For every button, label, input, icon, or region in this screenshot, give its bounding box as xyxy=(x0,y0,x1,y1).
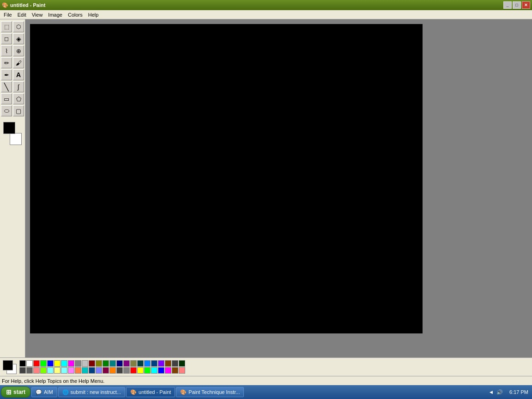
swatch-r2-22[interactable] xyxy=(165,367,171,374)
swatch-red[interactable] xyxy=(33,360,40,367)
swatch-dark-green[interactable] xyxy=(179,360,185,367)
tool-text[interactable]: A xyxy=(13,69,24,80)
swatch-maroon[interactable] xyxy=(89,360,95,367)
swatch-navy[interactable] xyxy=(116,360,123,367)
status-text: For Help, click Help Topics on the Help … xyxy=(2,378,104,384)
tool-rounded-rect[interactable]: ▢ xyxy=(13,105,24,116)
swatch-r2-16[interactable] xyxy=(123,367,130,374)
toolbox: ⬚ ⬡ ◻ ◈ ⌇ ⊕ ✏ 🖌 ✒ A ╲ ∫ ▭ ⬠ ⬭ ▢ xyxy=(0,19,25,357)
swatch-cyan[interactable] xyxy=(61,360,67,367)
swatch-yellow[interactable] xyxy=(54,360,60,367)
tool-pencil[interactable]: ✏ xyxy=(1,57,12,68)
maximize-button[interactable]: □ xyxy=(513,1,521,9)
swatch-black[interactable] xyxy=(19,360,26,367)
tool-eyedropper[interactable]: ⌇ xyxy=(1,45,12,56)
swatch-r2-11[interactable] xyxy=(89,367,95,374)
menu-edit[interactable]: Edit xyxy=(15,11,29,18)
tool-fill[interactable]: ◈ xyxy=(13,33,24,44)
start-windows-icon: ⊞ xyxy=(6,388,12,396)
tool-polygon[interactable]: ⬠ xyxy=(13,93,24,104)
taskbar-aim[interactable]: 💬 AIM xyxy=(31,387,57,397)
swatch-magenta[interactable] xyxy=(68,360,74,367)
start-button[interactable]: ⊞ start xyxy=(1,387,30,398)
swatch-silver[interactable] xyxy=(82,360,88,367)
swatch-dark-teal[interactable] xyxy=(137,360,144,367)
swatch-green[interactable] xyxy=(103,360,109,367)
canvas-container[interactable] xyxy=(25,19,426,357)
taskbar-paint[interactable]: 🎨 untitled - Paint xyxy=(126,387,175,397)
swatch-r2-3[interactable] xyxy=(33,367,40,374)
taskbar-technique[interactable]: 🎨 Paint Technique Instr... xyxy=(176,387,244,397)
swatch-r2-4[interactable] xyxy=(40,367,47,374)
menu-image[interactable]: Image xyxy=(45,11,65,18)
taskbar-expand-icon[interactable]: ◀ xyxy=(490,390,493,394)
current-colors xyxy=(2,359,18,375)
foreground-color-box[interactable] xyxy=(3,122,15,134)
menu-help[interactable]: Help xyxy=(85,11,102,18)
swatch-dark-gray[interactable] xyxy=(172,360,178,367)
swatch-teal[interactable] xyxy=(109,360,116,367)
menu-view[interactable]: View xyxy=(29,11,46,18)
swatch-r2-17[interactable] xyxy=(130,367,137,374)
swatch-r2-8[interactable] xyxy=(68,367,74,374)
tool-line[interactable]: ╲ xyxy=(1,81,12,92)
title-controls: _ □ ✕ xyxy=(503,1,530,9)
swatch-r2-21[interactable] xyxy=(158,367,164,374)
swatch-r2-12[interactable] xyxy=(96,367,102,374)
swatch-r2-15[interactable] xyxy=(116,367,123,374)
swatch-violet[interactable] xyxy=(158,360,164,367)
aim-label: AIM xyxy=(44,389,53,395)
swatch-r2-23[interactable] xyxy=(172,367,178,374)
tool-rect[interactable]: ▭ xyxy=(1,93,12,104)
swatch-dark-yellow[interactable] xyxy=(130,360,137,367)
swatch-brown[interactable] xyxy=(165,360,171,367)
swatch-r2-1[interactable] xyxy=(19,367,26,374)
taskbar-right: ◀ 🔊 6:17 PM xyxy=(490,389,531,395)
tool-curve[interactable]: ∫ xyxy=(13,81,24,92)
submit-label: submit : new instruct... xyxy=(71,389,121,395)
minimize-button[interactable]: _ xyxy=(503,1,512,9)
tool-brush[interactable]: 🖌 xyxy=(13,57,24,68)
swatch-r2-19[interactable] xyxy=(144,367,151,374)
title-text: untitled - Paint xyxy=(10,2,45,8)
swatch-lime[interactable] xyxy=(40,360,47,367)
swatch-r2-9[interactable] xyxy=(75,367,81,374)
menu-bar: File Edit View Image Colors Help xyxy=(0,10,532,19)
swatch-dark-blue[interactable] xyxy=(151,360,157,367)
swatch-purple[interactable] xyxy=(123,360,130,367)
background-color-box[interactable] xyxy=(10,133,22,145)
swatch-white[interactable] xyxy=(26,360,33,367)
menu-file[interactable]: File xyxy=(1,11,15,18)
tool-oval[interactable]: ⬭ xyxy=(1,105,12,116)
tool-eraser[interactable]: ◻ xyxy=(1,33,12,44)
tool-zoom[interactable]: ⊕ xyxy=(13,45,24,56)
paint-icon: 🎨 xyxy=(130,389,137,395)
swatch-gray[interactable] xyxy=(75,360,81,367)
tool-airbrush[interactable]: ✒ xyxy=(1,69,12,80)
swatch-r2-5[interactable] xyxy=(47,367,54,374)
palette-area xyxy=(0,357,532,376)
tray-network-icon: 🔊 xyxy=(496,389,503,395)
swatch-r2-20[interactable] xyxy=(151,367,157,374)
tool-select-free[interactable]: ⬡ xyxy=(13,21,24,32)
swatch-olive[interactable] xyxy=(96,360,102,367)
palette-foreground-color[interactable] xyxy=(3,360,13,370)
technique-icon: 🎨 xyxy=(180,389,187,395)
close-button[interactable]: ✕ xyxy=(522,1,530,9)
swatch-r2-24[interactable] xyxy=(179,367,185,374)
menu-colors[interactable]: Colors xyxy=(65,11,85,18)
swatch-light-blue[interactable] xyxy=(144,360,151,367)
swatch-r2-6[interactable] xyxy=(54,367,60,374)
main-area: ⬚ ⬡ ◻ ◈ ⌇ ⊕ ✏ 🖌 ✒ A ╲ ∫ ▭ ⬠ ⬭ ▢ xyxy=(0,19,532,357)
taskbar-submit[interactable]: 🌐 submit : new instruct... xyxy=(58,387,125,397)
tool-select-rect[interactable]: ⬚ xyxy=(1,21,12,32)
swatch-r2-14[interactable] xyxy=(109,367,116,374)
swatch-r2-10[interactable] xyxy=(82,367,88,374)
swatch-r2-7[interactable] xyxy=(61,367,67,374)
swatch-blue[interactable] xyxy=(47,360,54,367)
swatch-r2-13[interactable] xyxy=(103,367,109,374)
color-swatches xyxy=(19,360,185,374)
swatch-r2-2[interactable] xyxy=(26,367,33,374)
swatch-r2-18[interactable] xyxy=(137,367,144,374)
paint-canvas[interactable] xyxy=(30,24,423,333)
